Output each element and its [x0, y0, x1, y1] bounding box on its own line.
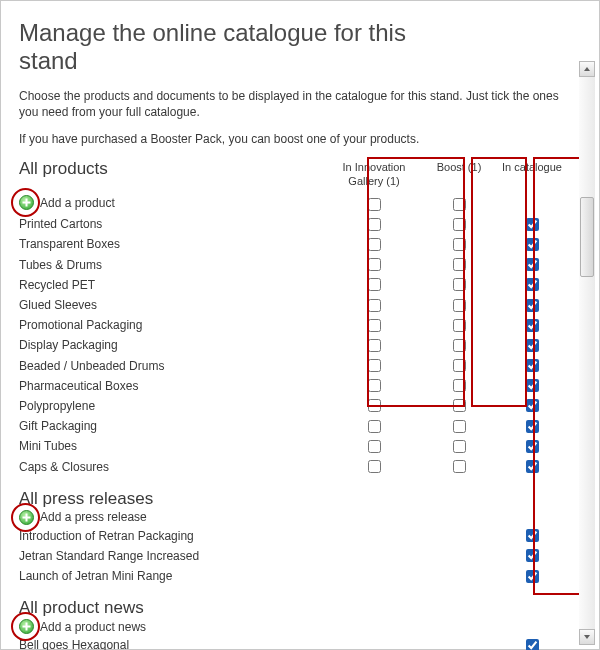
checkbox-innovation[interactable] [368, 218, 381, 231]
add-link[interactable]: Add a product news [19, 618, 319, 635]
checkbox-innovation[interactable] [368, 399, 381, 412]
checkbox-boost[interactable] [453, 399, 466, 412]
checkbox-boost[interactable] [453, 198, 466, 211]
section-title: All press releases [19, 477, 319, 509]
row-label: Printed Cartons [19, 214, 319, 234]
checkbox-catalogue[interactable] [526, 440, 539, 453]
row-label: Introduction of Retran Packaging [19, 526, 319, 546]
checkbox-catalogue[interactable] [526, 218, 539, 231]
checkbox-boost[interactable] [453, 460, 466, 473]
checkbox-boost[interactable] [453, 339, 466, 352]
row-label: Jetran Standard Range Increased [19, 546, 319, 566]
add-link-label: Add a product news [40, 620, 146, 634]
scrollbar-thumb[interactable] [580, 197, 594, 277]
checkbox-catalogue[interactable] [526, 278, 539, 291]
row-label: Tubes & Drums [19, 255, 319, 275]
checkbox-catalogue[interactable] [526, 549, 539, 562]
row-label: Recycled PET [19, 275, 319, 295]
section-title: All product news [19, 586, 319, 618]
row-label: Gift Packaging [19, 416, 319, 436]
intro-text-1: Choose the products and documents to be … [19, 88, 559, 120]
window-frame: Manage the online catalogue for this sta… [0, 0, 600, 650]
row-label: Glued Sleeves [19, 295, 319, 315]
add-link[interactable]: Add a product [19, 194, 319, 211]
checkbox-innovation[interactable] [368, 238, 381, 251]
col-head-innovation: In Innovation Gallery (1) [325, 157, 423, 195]
row-label: Caps & Closures [19, 457, 319, 477]
svg-rect-8 [23, 626, 31, 628]
checkbox-innovation[interactable] [368, 319, 381, 332]
row-label: Beaded / Unbeaded Drums [19, 356, 319, 376]
col-head-catalogue: In catalogue [495, 157, 569, 181]
add-link-label: Add a product [40, 196, 115, 210]
scrollbar-down-button[interactable] [579, 629, 595, 645]
checkbox-catalogue[interactable] [526, 639, 539, 650]
plus-circle-icon[interactable] [19, 195, 34, 210]
checkbox-boost[interactable] [453, 299, 466, 312]
checkbox-innovation[interactable] [368, 420, 381, 433]
checkbox-innovation[interactable] [368, 379, 381, 392]
scrollbar-up-button[interactable] [579, 61, 595, 77]
checkbox-catalogue[interactable] [526, 420, 539, 433]
page-title: Manage the online catalogue for this sta… [19, 19, 439, 74]
checkbox-catalogue[interactable] [526, 570, 539, 583]
checkbox-innovation[interactable] [368, 198, 381, 211]
checkbox-catalogue[interactable] [526, 339, 539, 352]
checkbox-boost[interactable] [453, 319, 466, 332]
checkbox-catalogue[interactable] [526, 399, 539, 412]
checkbox-catalogue[interactable] [526, 238, 539, 251]
row-label: Bell goes Hexagonal [19, 635, 319, 650]
checkbox-boost[interactable] [453, 258, 466, 271]
checkbox-catalogue[interactable] [526, 319, 539, 332]
checkbox-innovation[interactable] [368, 440, 381, 453]
col-head-boost: Boost (1) [429, 157, 489, 181]
checkbox-boost[interactable] [453, 440, 466, 453]
checkbox-catalogue[interactable] [526, 460, 539, 473]
catalogue-grid: All productsIn Innovation Gallery (1)Boo… [19, 157, 569, 650]
intro-text-2: If you have purchased a Booster Pack, yo… [19, 131, 559, 147]
row-label: Launch of Jetran Mini Range [19, 566, 319, 586]
checkbox-catalogue[interactable] [526, 359, 539, 372]
checkbox-boost[interactable] [453, 379, 466, 392]
row-label: Display Packaging [19, 335, 319, 355]
add-link-label: Add a press release [40, 510, 147, 524]
checkbox-innovation[interactable] [368, 258, 381, 271]
row-label: Promotional Packaging [19, 315, 319, 335]
checkbox-catalogue[interactable] [526, 529, 539, 542]
checkbox-boost[interactable] [453, 420, 466, 433]
checkbox-boost[interactable] [453, 278, 466, 291]
content-pane: Manage the online catalogue for this sta… [5, 5, 577, 645]
svg-rect-2 [23, 202, 31, 204]
checkbox-innovation[interactable] [368, 278, 381, 291]
checkbox-catalogue[interactable] [526, 299, 539, 312]
checkbox-boost[interactable] [453, 359, 466, 372]
checkbox-boost[interactable] [453, 218, 466, 231]
plus-circle-icon[interactable] [19, 510, 34, 525]
row-label: Polypropylene [19, 396, 319, 416]
checkbox-innovation[interactable] [368, 339, 381, 352]
svg-rect-5 [23, 516, 31, 518]
row-label: Transparent Boxes [19, 234, 319, 254]
checkbox-innovation[interactable] [368, 299, 381, 312]
row-label: Mini Tubes [19, 436, 319, 456]
checkbox-innovation[interactable] [368, 359, 381, 372]
checkbox-catalogue[interactable] [526, 379, 539, 392]
scrollbar-vertical[interactable] [579, 61, 595, 645]
scrollbar-track[interactable] [579, 77, 595, 629]
add-link[interactable]: Add a press release [19, 509, 319, 526]
section-title-products: All products [19, 157, 319, 179]
checkbox-innovation[interactable] [368, 460, 381, 473]
checkbox-catalogue[interactable] [526, 258, 539, 271]
plus-circle-icon[interactable] [19, 619, 34, 634]
checkbox-boost[interactable] [453, 238, 466, 251]
row-label: Pharmaceutical Boxes [19, 376, 319, 396]
